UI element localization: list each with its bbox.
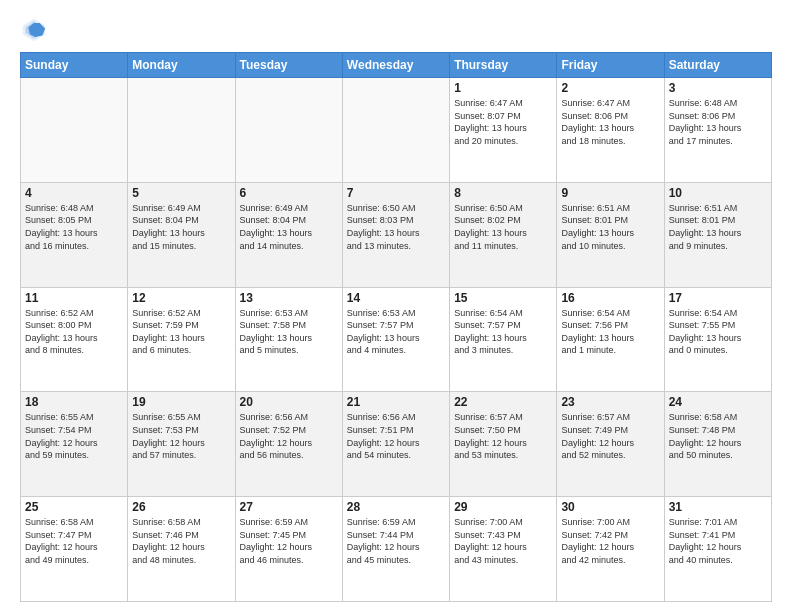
calendar-table: SundayMondayTuesdayWednesdayThursdayFrid… bbox=[20, 52, 772, 602]
day-info: Sunrise: 7:00 AM Sunset: 7:43 PM Dayligh… bbox=[454, 516, 552, 566]
calendar-cell: 12Sunrise: 6:52 AM Sunset: 7:59 PM Dayli… bbox=[128, 287, 235, 392]
day-number: 5 bbox=[132, 186, 230, 200]
day-number: 14 bbox=[347, 291, 445, 305]
calendar-day-header: Monday bbox=[128, 53, 235, 78]
calendar-week-row: 1Sunrise: 6:47 AM Sunset: 8:07 PM Daylig… bbox=[21, 78, 772, 183]
day-number: 2 bbox=[561, 81, 659, 95]
day-number: 15 bbox=[454, 291, 552, 305]
calendar-day-header: Tuesday bbox=[235, 53, 342, 78]
calendar-cell bbox=[128, 78, 235, 183]
day-number: 16 bbox=[561, 291, 659, 305]
day-info: Sunrise: 6:57 AM Sunset: 7:49 PM Dayligh… bbox=[561, 411, 659, 461]
day-info: Sunrise: 6:55 AM Sunset: 7:54 PM Dayligh… bbox=[25, 411, 123, 461]
day-info: Sunrise: 6:54 AM Sunset: 7:55 PM Dayligh… bbox=[669, 307, 767, 357]
calendar-day-header: Friday bbox=[557, 53, 664, 78]
day-number: 31 bbox=[669, 500, 767, 514]
calendar-week-row: 18Sunrise: 6:55 AM Sunset: 7:54 PM Dayli… bbox=[21, 392, 772, 497]
day-info: Sunrise: 6:54 AM Sunset: 7:56 PM Dayligh… bbox=[561, 307, 659, 357]
calendar-day-header: Saturday bbox=[664, 53, 771, 78]
calendar-cell: 9Sunrise: 6:51 AM Sunset: 8:01 PM Daylig… bbox=[557, 182, 664, 287]
calendar-cell: 27Sunrise: 6:59 AM Sunset: 7:45 PM Dayli… bbox=[235, 497, 342, 602]
calendar-cell: 4Sunrise: 6:48 AM Sunset: 8:05 PM Daylig… bbox=[21, 182, 128, 287]
day-info: Sunrise: 6:52 AM Sunset: 7:59 PM Dayligh… bbox=[132, 307, 230, 357]
calendar-cell bbox=[21, 78, 128, 183]
calendar-cell: 30Sunrise: 7:00 AM Sunset: 7:42 PM Dayli… bbox=[557, 497, 664, 602]
calendar-cell: 10Sunrise: 6:51 AM Sunset: 8:01 PM Dayli… bbox=[664, 182, 771, 287]
day-number: 19 bbox=[132, 395, 230, 409]
day-number: 12 bbox=[132, 291, 230, 305]
day-number: 6 bbox=[240, 186, 338, 200]
calendar-day-header: Wednesday bbox=[342, 53, 449, 78]
day-number: 11 bbox=[25, 291, 123, 305]
calendar-cell: 5Sunrise: 6:49 AM Sunset: 8:04 PM Daylig… bbox=[128, 182, 235, 287]
day-info: Sunrise: 6:52 AM Sunset: 8:00 PM Dayligh… bbox=[25, 307, 123, 357]
day-number: 27 bbox=[240, 500, 338, 514]
calendar-cell: 22Sunrise: 6:57 AM Sunset: 7:50 PM Dayli… bbox=[450, 392, 557, 497]
day-info: Sunrise: 6:48 AM Sunset: 8:05 PM Dayligh… bbox=[25, 202, 123, 252]
day-number: 28 bbox=[347, 500, 445, 514]
day-info: Sunrise: 7:00 AM Sunset: 7:42 PM Dayligh… bbox=[561, 516, 659, 566]
calendar-cell bbox=[342, 78, 449, 183]
calendar-cell: 15Sunrise: 6:54 AM Sunset: 7:57 PM Dayli… bbox=[450, 287, 557, 392]
calendar-cell: 14Sunrise: 6:53 AM Sunset: 7:57 PM Dayli… bbox=[342, 287, 449, 392]
day-number: 13 bbox=[240, 291, 338, 305]
calendar-cell: 6Sunrise: 6:49 AM Sunset: 8:04 PM Daylig… bbox=[235, 182, 342, 287]
calendar-cell: 7Sunrise: 6:50 AM Sunset: 8:03 PM Daylig… bbox=[342, 182, 449, 287]
calendar-cell: 18Sunrise: 6:55 AM Sunset: 7:54 PM Dayli… bbox=[21, 392, 128, 497]
day-info: Sunrise: 6:47 AM Sunset: 8:06 PM Dayligh… bbox=[561, 97, 659, 147]
calendar-cell: 31Sunrise: 7:01 AM Sunset: 7:41 PM Dayli… bbox=[664, 497, 771, 602]
day-number: 10 bbox=[669, 186, 767, 200]
calendar-week-row: 4Sunrise: 6:48 AM Sunset: 8:05 PM Daylig… bbox=[21, 182, 772, 287]
day-number: 22 bbox=[454, 395, 552, 409]
calendar-week-row: 11Sunrise: 6:52 AM Sunset: 8:00 PM Dayli… bbox=[21, 287, 772, 392]
day-number: 3 bbox=[669, 81, 767, 95]
day-number: 7 bbox=[347, 186, 445, 200]
day-info: Sunrise: 6:49 AM Sunset: 8:04 PM Dayligh… bbox=[240, 202, 338, 252]
day-number: 23 bbox=[561, 395, 659, 409]
page: SundayMondayTuesdayWednesdayThursdayFrid… bbox=[0, 0, 792, 612]
day-info: Sunrise: 6:56 AM Sunset: 7:51 PM Dayligh… bbox=[347, 411, 445, 461]
day-number: 9 bbox=[561, 186, 659, 200]
day-info: Sunrise: 6:56 AM Sunset: 7:52 PM Dayligh… bbox=[240, 411, 338, 461]
calendar-cell: 21Sunrise: 6:56 AM Sunset: 7:51 PM Dayli… bbox=[342, 392, 449, 497]
calendar-cell: 3Sunrise: 6:48 AM Sunset: 8:06 PM Daylig… bbox=[664, 78, 771, 183]
day-number: 18 bbox=[25, 395, 123, 409]
day-info: Sunrise: 6:59 AM Sunset: 7:44 PM Dayligh… bbox=[347, 516, 445, 566]
calendar-week-row: 25Sunrise: 6:58 AM Sunset: 7:47 PM Dayli… bbox=[21, 497, 772, 602]
calendar-cell: 25Sunrise: 6:58 AM Sunset: 7:47 PM Dayli… bbox=[21, 497, 128, 602]
day-number: 24 bbox=[669, 395, 767, 409]
calendar-cell: 11Sunrise: 6:52 AM Sunset: 8:00 PM Dayli… bbox=[21, 287, 128, 392]
day-info: Sunrise: 6:53 AM Sunset: 7:58 PM Dayligh… bbox=[240, 307, 338, 357]
day-info: Sunrise: 7:01 AM Sunset: 7:41 PM Dayligh… bbox=[669, 516, 767, 566]
day-number: 4 bbox=[25, 186, 123, 200]
header bbox=[20, 16, 772, 44]
calendar-cell: 16Sunrise: 6:54 AM Sunset: 7:56 PM Dayli… bbox=[557, 287, 664, 392]
day-info: Sunrise: 6:55 AM Sunset: 7:53 PM Dayligh… bbox=[132, 411, 230, 461]
calendar-cell: 1Sunrise: 6:47 AM Sunset: 8:07 PM Daylig… bbox=[450, 78, 557, 183]
calendar-header-row: SundayMondayTuesdayWednesdayThursdayFrid… bbox=[21, 53, 772, 78]
day-info: Sunrise: 6:48 AM Sunset: 8:06 PM Dayligh… bbox=[669, 97, 767, 147]
calendar-cell: 23Sunrise: 6:57 AM Sunset: 7:49 PM Dayli… bbox=[557, 392, 664, 497]
day-number: 29 bbox=[454, 500, 552, 514]
day-info: Sunrise: 6:50 AM Sunset: 8:02 PM Dayligh… bbox=[454, 202, 552, 252]
calendar-cell: 13Sunrise: 6:53 AM Sunset: 7:58 PM Dayli… bbox=[235, 287, 342, 392]
calendar-cell bbox=[235, 78, 342, 183]
day-info: Sunrise: 6:59 AM Sunset: 7:45 PM Dayligh… bbox=[240, 516, 338, 566]
day-info: Sunrise: 6:51 AM Sunset: 8:01 PM Dayligh… bbox=[669, 202, 767, 252]
calendar-cell: 20Sunrise: 6:56 AM Sunset: 7:52 PM Dayli… bbox=[235, 392, 342, 497]
calendar-day-header: Thursday bbox=[450, 53, 557, 78]
day-info: Sunrise: 6:50 AM Sunset: 8:03 PM Dayligh… bbox=[347, 202, 445, 252]
day-info: Sunrise: 6:49 AM Sunset: 8:04 PM Dayligh… bbox=[132, 202, 230, 252]
day-info: Sunrise: 6:57 AM Sunset: 7:50 PM Dayligh… bbox=[454, 411, 552, 461]
calendar-cell: 17Sunrise: 6:54 AM Sunset: 7:55 PM Dayli… bbox=[664, 287, 771, 392]
calendar-cell: 28Sunrise: 6:59 AM Sunset: 7:44 PM Dayli… bbox=[342, 497, 449, 602]
day-number: 21 bbox=[347, 395, 445, 409]
day-info: Sunrise: 6:51 AM Sunset: 8:01 PM Dayligh… bbox=[561, 202, 659, 252]
logo bbox=[20, 16, 52, 44]
calendar-cell: 2Sunrise: 6:47 AM Sunset: 8:06 PM Daylig… bbox=[557, 78, 664, 183]
day-info: Sunrise: 6:58 AM Sunset: 7:47 PM Dayligh… bbox=[25, 516, 123, 566]
day-info: Sunrise: 6:54 AM Sunset: 7:57 PM Dayligh… bbox=[454, 307, 552, 357]
calendar-cell: 19Sunrise: 6:55 AM Sunset: 7:53 PM Dayli… bbox=[128, 392, 235, 497]
day-info: Sunrise: 6:47 AM Sunset: 8:07 PM Dayligh… bbox=[454, 97, 552, 147]
calendar-cell: 26Sunrise: 6:58 AM Sunset: 7:46 PM Dayli… bbox=[128, 497, 235, 602]
